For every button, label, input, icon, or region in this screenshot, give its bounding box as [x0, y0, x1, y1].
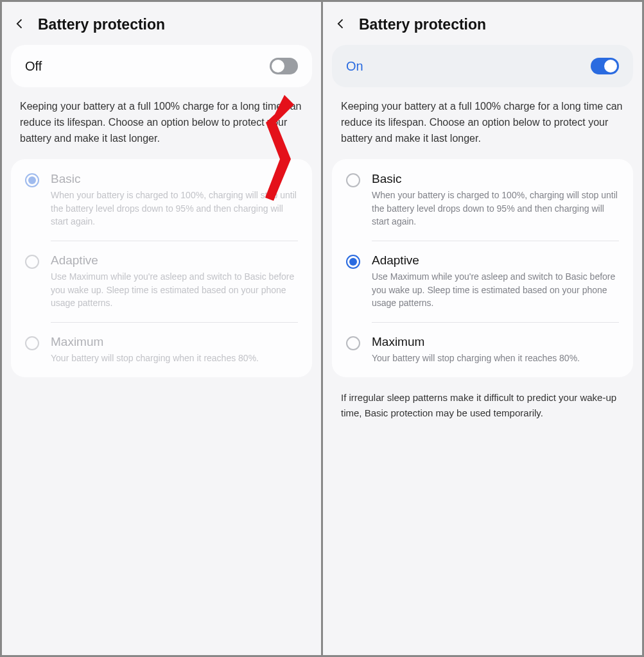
- options-list: Basic When your battery is charged to 10…: [11, 159, 312, 377]
- option-maximum[interactable]: Maximum Your battery will stop charging …: [11, 322, 312, 377]
- option-title: Maximum: [372, 335, 619, 349]
- option-basic[interactable]: Basic When your battery is charged to 10…: [11, 159, 312, 241]
- page-title: Battery protection: [38, 16, 165, 33]
- radio-icon: [25, 173, 39, 187]
- toggle-switch[interactable]: [270, 58, 298, 74]
- option-title: Adaptive: [51, 253, 298, 268]
- options-list: Basic When your battery is charged to 10…: [332, 159, 633, 377]
- option-title: Adaptive: [372, 253, 619, 268]
- option-desc: Use Maximum while you're asleep and swit…: [372, 270, 619, 309]
- option-desc: Your battery will stop charging when it …: [51, 352, 298, 364]
- option-adaptive[interactable]: Adaptive Use Maximum while you're asleep…: [11, 241, 312, 322]
- pane-on: Battery protection On Keeping your batte…: [323, 2, 642, 655]
- radio-icon: [346, 336, 360, 350]
- footnote: If irregular sleep patterns make it diff…: [323, 377, 642, 433]
- back-icon[interactable]: [13, 17, 26, 33]
- option-desc: Your battery will stop charging when it …: [372, 352, 619, 364]
- description: Keeping your battery at a full 100% char…: [2, 99, 321, 159]
- option-desc: Use Maximum while you're asleep and swit…: [51, 270, 298, 309]
- header: Battery protection: [323, 2, 642, 45]
- option-title: Basic: [372, 172, 619, 186]
- back-icon[interactable]: [335, 17, 347, 33]
- radio-icon: [346, 173, 360, 187]
- header: Battery protection: [2, 2, 321, 45]
- toggle-label: Off: [25, 59, 42, 74]
- option-basic[interactable]: Basic When your battery is charged to 10…: [332, 159, 633, 241]
- option-desc: When your battery is charged to 100%, ch…: [51, 189, 298, 228]
- pane-off: Battery protection Off Keeping your batt…: [2, 2, 321, 655]
- radio-icon: [25, 255, 39, 269]
- description: Keeping your battery at a full 100% char…: [323, 99, 642, 159]
- option-desc: When your battery is charged to 100%, ch…: [372, 189, 619, 228]
- master-toggle-row[interactable]: On: [332, 45, 633, 87]
- radio-icon: [346, 255, 360, 269]
- page-title: Battery protection: [359, 16, 486, 33]
- option-title: Maximum: [51, 335, 298, 349]
- option-adaptive[interactable]: Adaptive Use Maximum while you're asleep…: [332, 241, 633, 322]
- toggle-switch[interactable]: [591, 58, 619, 74]
- toggle-label: On: [346, 59, 363, 74]
- option-title: Basic: [51, 172, 298, 186]
- master-toggle-row[interactable]: Off: [11, 45, 312, 87]
- option-maximum[interactable]: Maximum Your battery will stop charging …: [332, 322, 633, 377]
- radio-icon: [25, 336, 39, 350]
